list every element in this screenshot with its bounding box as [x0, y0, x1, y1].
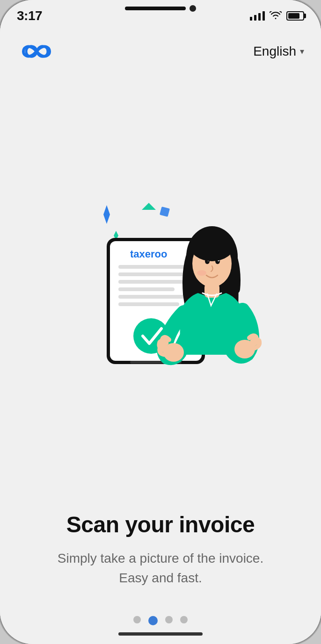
pagination-dot-1[interactable] — [133, 616, 141, 623]
signal-icon — [250, 11, 265, 21]
subtext: Simply take a picture of the invoice. Ea… — [22, 549, 299, 588]
status-icons — [250, 11, 304, 21]
phone-frame: 3:17 — [0, 0, 321, 644]
battery-icon — [286, 11, 304, 21]
status-time: 3:17 — [17, 8, 42, 23]
svg-marker-2 — [142, 203, 156, 210]
pagination-dot-2[interactable] — [148, 616, 158, 625]
illustration-area: taxeroo — [0, 57, 321, 502]
pagination-dot-3[interactable] — [165, 616, 173, 623]
pagination-dots — [0, 588, 321, 644]
svg-rect-4 — [160, 206, 170, 216]
svg-marker-1 — [103, 205, 110, 224]
pagination-dot-4[interactable] — [180, 616, 188, 623]
battery-fill — [288, 13, 299, 19]
wifi-icon — [270, 11, 282, 21]
hero-illustration: taxeroo — [58, 177, 263, 383]
svg-rect-14 — [118, 295, 186, 299]
svg-rect-12 — [118, 280, 189, 284]
svg-rect-15 — [118, 302, 179, 306]
svg-rect-13 — [118, 287, 175, 291]
svg-point-24 — [197, 270, 206, 276]
home-indicator — [118, 632, 203, 636]
svg-rect-10 — [118, 265, 193, 269]
chevron-down-icon: ▾ — [300, 46, 304, 57]
subtext-line1: Simply take a picture of the invoice. — [58, 551, 263, 565]
status-bar: 3:17 — [0, 6, 321, 26]
text-content: Scan your invoice Simply take a picture … — [0, 512, 321, 588]
svg-point-28 — [190, 229, 234, 261]
subtext-line2: Easy and fast. — [119, 571, 202, 585]
app-content: English ▾ — [0, 0, 321, 644]
svg-text:taxeroo: taxeroo — [130, 248, 167, 260]
svg-rect-11 — [118, 272, 184, 276]
headline: Scan your invoice — [22, 512, 299, 537]
